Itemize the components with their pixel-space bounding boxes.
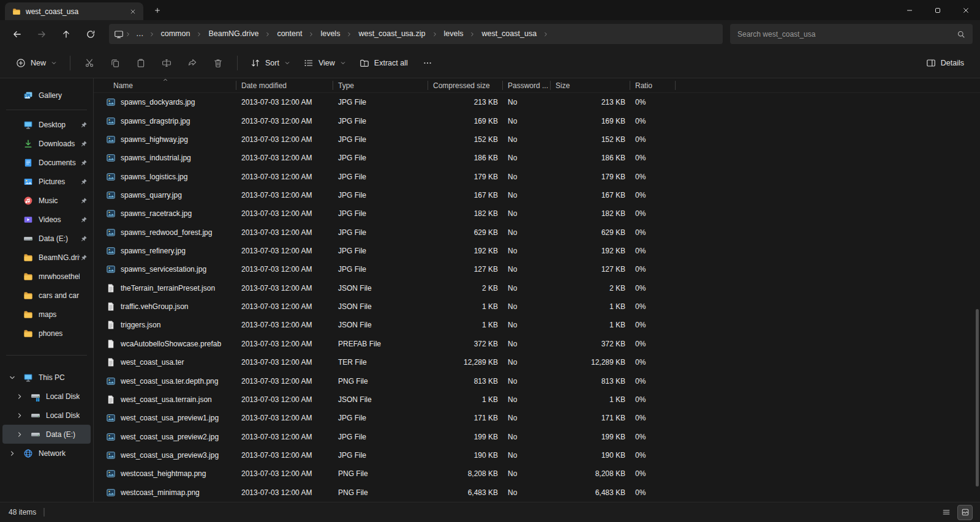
file-row[interactable]: triggers.json2013-07-03 12:00 AMJSON Fil…	[94, 316, 980, 334]
chevron-right-icon	[148, 31, 156, 37]
breadcrumb-item-content[interactable]: content	[272, 26, 307, 42]
file-row[interactable]: theTerrain_terrainPreset.json2013-07-03 …	[94, 279, 980, 297]
file-row[interactable]: spawns_servicestation.jpg2013-07-03 12:0…	[94, 260, 980, 278]
sidebar-item-music[interactable]: Music	[2, 191, 91, 210]
column-header-size[interactable]: Size	[551, 78, 630, 92]
file-type-cell: JPG File	[333, 265, 428, 274]
sidebar-item-maps[interactable]: maps	[2, 305, 91, 324]
forward-icon	[37, 29, 47, 39]
search-input[interactable]	[737, 30, 957, 39]
breadcrumb-item-common[interactable]: common	[156, 26, 195, 42]
sidebar-item-pictures[interactable]: Pictures	[2, 172, 91, 191]
more-options-button[interactable]	[415, 53, 440, 73]
column-header-name[interactable]: Name	[94, 78, 236, 92]
file-row[interactable]: west_coast_usa.ter2013-07-03 12:00 AMTER…	[94, 353, 980, 371]
details-pane-button[interactable]: Details	[920, 53, 970, 73]
maximize-button[interactable]	[924, 0, 952, 20]
vertical-scrollbar[interactable]	[976, 309, 979, 487]
sidebar-item-this-pc[interactable]: This PC	[2, 368, 91, 387]
refresh-button[interactable]	[78, 24, 103, 45]
chevron-right-icon[interactable]	[16, 393, 23, 400]
sidebar-item-data-e[interactable]: Data (E:)	[2, 229, 91, 248]
breadcrumb-item-west-coast-usa-zip[interactable]: west_coast_usa.zip	[353, 26, 430, 42]
cut-button[interactable]	[77, 53, 102, 73]
sidebar-item-gallery[interactable]: Gallery	[2, 86, 91, 105]
file-row[interactable]: spawns_industrial.jpg2013-07-03 12:00 AM…	[94, 149, 980, 167]
breadcrumb-item-levels[interactable]: levels	[315, 26, 345, 42]
delete-button[interactable]	[206, 53, 230, 73]
new-button[interactable]: New	[10, 53, 63, 73]
file-ratio-cell: 0%	[630, 488, 676, 497]
view-button[interactable]: View	[298, 53, 352, 73]
address-bar[interactable]: … commonBeamNG.drivecontentlevelswest_co…	[109, 24, 723, 44]
sidebar-item-local-disk-c[interactable]: Local Disk (C:)	[2, 387, 91, 406]
tab-close-button[interactable]	[126, 5, 140, 18]
search-box[interactable]	[730, 24, 973, 44]
file-row[interactable]: west_coast_usa_preview1.jpg2013-07-03 12…	[94, 409, 980, 427]
details-view-toggle[interactable]	[938, 505, 954, 520]
breadcrumb-overflow[interactable]: …	[132, 26, 148, 42]
file-row[interactable]: spawns_quarry.jpg2013-07-03 12:00 AMJPG …	[94, 186, 980, 204]
file-row[interactable]: wcaAutobelloShowcase.prefab2013-07-03 12…	[94, 335, 980, 353]
file-row[interactable]: west_coast_usa_preview3.jpg2013-07-03 12…	[94, 446, 980, 464]
chevron-right-icon[interactable]	[9, 450, 16, 457]
file-row[interactable]: spawns_racetrack.jpg2013-07-03 12:00 AMJ…	[94, 204, 980, 223]
chevron-right-icon[interactable]	[16, 431, 23, 438]
sidebar-item-beamng-driv[interactable]: BeamNG.driv	[2, 248, 91, 267]
file-row[interactable]: west_coast_usa.terrain.json2013-07-03 12…	[94, 390, 980, 409]
thumbnail-view-toggle[interactable]	[957, 505, 973, 520]
chevron-down-icon[interactable]	[9, 374, 16, 381]
column-header-type[interactable]: Type	[333, 78, 428, 92]
copy-button[interactable]	[103, 53, 127, 73]
sort-button[interactable]: Sort	[244, 53, 296, 73]
file-row[interactable]: spawns_refinery.jpg2013-07-03 12:00 AMJP…	[94, 242, 980, 260]
file-row[interactable]: spawns_logistics.jpg2013-07-03 12:00 AMJ…	[94, 167, 980, 185]
breadcrumb-item-levels[interactable]: levels	[439, 26, 469, 42]
share-button[interactable]	[180, 53, 205, 73]
new-button-label: New	[31, 59, 46, 67]
extract-all-button[interactable]: Extract all	[353, 53, 414, 73]
sidebar-item-cars-and-car-par[interactable]: cars and car par	[2, 286, 91, 305]
column-header-password[interactable]: Password ...	[503, 78, 551, 92]
chevR-icon	[541, 31, 550, 37]
column-header-ratio[interactable]: Ratio	[630, 78, 676, 92]
file-row[interactable]: spawns_redwood_forest.jpg2013-07-03 12:0…	[94, 223, 980, 242]
sidebar-item-downloads[interactable]: Downloads	[2, 134, 91, 153]
column-header-date[interactable]: Date modified	[236, 78, 333, 92]
file-compressed-cell: 127 KB	[428, 265, 503, 274]
file-name: theTerrain_terrainPreset.json	[121, 284, 215, 293]
column-header-compressed[interactable]: Compressed size	[428, 78, 503, 92]
forward-button[interactable]	[29, 24, 54, 45]
explorer-tab[interactable]: west_coast_usa	[5, 2, 143, 20]
sidebar-item-network[interactable]: Network	[2, 444, 91, 463]
paste-button[interactable]	[129, 53, 153, 73]
sidebar-item-desktop[interactable]: Desktop	[2, 115, 91, 134]
file-row[interactable]: west_coast_usa_preview2.jpg2013-07-03 12…	[94, 427, 980, 446]
file-row[interactable]: westcoast_minimap.png2013-07-03 12:00 AM…	[94, 483, 980, 502]
file-row[interactable]: traffic.vehGroup.json2013-07-03 12:00 AM…	[94, 297, 980, 316]
gallery-icon	[23, 91, 33, 100]
minimize-button[interactable]	[895, 0, 924, 20]
sidebar-item-videos[interactable]: Videos	[2, 210, 91, 229]
sidebar-item-phones[interactable]: phones	[2, 324, 91, 343]
file-row[interactable]: westcoast_heightmap.png2013-07-03 12:00 …	[94, 464, 980, 483]
breadcrumb-item-beamng-drive[interactable]: BeamNG.drive	[203, 26, 263, 42]
back-button[interactable]	[5, 24, 29, 45]
up-button[interactable]	[54, 24, 78, 45]
breadcrumb-item-west-coast-usa[interactable]: west_coast_usa	[477, 26, 541, 42]
close-button[interactable]	[952, 0, 980, 20]
chevR-icon	[307, 31, 315, 37]
file-row[interactable]: spawns_dragstrip.jpg2013-07-03 12:00 AMJ…	[94, 111, 980, 130]
new-tab-button[interactable]	[149, 2, 165, 18]
search-icon[interactable]	[957, 30, 965, 39]
sidebar-item-mrwhosethebos[interactable]: mrwhosethebos	[2, 267, 91, 286]
file-row[interactable]: spawns_dockyards.jpg2013-07-03 12:00 AMJ…	[94, 93, 980, 111]
chevron-right-icon[interactable]	[16, 412, 23, 419]
sidebar-item-documents[interactable]: Documents	[2, 153, 91, 172]
sidebar-item-data-e[interactable]: Data (E:)	[2, 425, 91, 444]
sidebar-item-local-disk-d[interactable]: Local Disk (D:)	[2, 406, 91, 425]
rename-button[interactable]	[154, 53, 179, 73]
file-row[interactable]: spawns_highway.jpg2013-07-03 12:00 AMJPG…	[94, 130, 980, 149]
file-row[interactable]: west_coast_usa.ter.depth.png2013-07-03 1…	[94, 371, 980, 390]
file-ratio-cell: 0%	[630, 433, 676, 441]
